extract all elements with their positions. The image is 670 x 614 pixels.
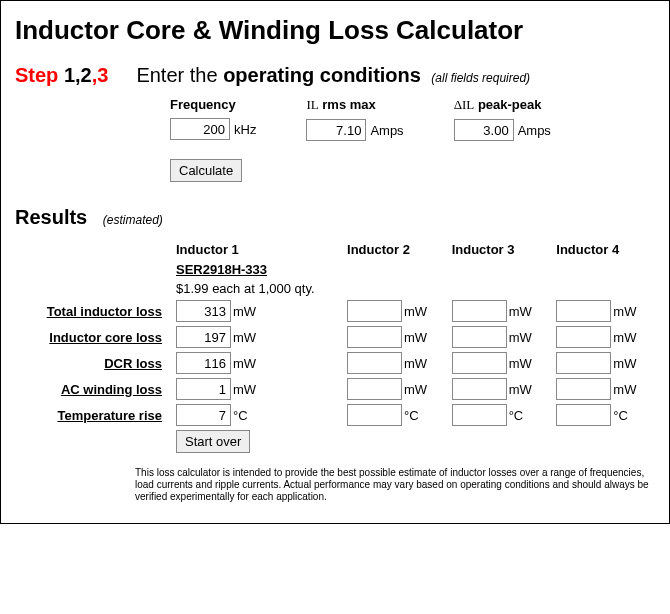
il-field: IL rms max Amps xyxy=(306,97,403,141)
step-instruction: Enter the operating conditions (all fiel… xyxy=(136,64,530,87)
delta-il-field: ΔIL peak-peak Amps xyxy=(454,97,551,141)
delta-il-unit: Amps xyxy=(518,123,551,138)
results-table: Inductor 1 Inductor 2 Inductor 3 Inducto… xyxy=(15,239,655,455)
il-unit: Amps xyxy=(370,123,403,138)
ac-4[interactable] xyxy=(556,378,611,400)
frequency-input[interactable] xyxy=(170,118,230,140)
col-header-4: Inductor 4 xyxy=(550,239,655,260)
total-1[interactable] xyxy=(176,300,231,322)
col-header-3: Inductor 3 xyxy=(446,239,551,260)
core-2[interactable] xyxy=(347,326,402,348)
calculate-button[interactable]: Calculate xyxy=(170,159,242,182)
core-4[interactable] xyxy=(556,326,611,348)
dcr-3[interactable] xyxy=(452,352,507,374)
total-4[interactable] xyxy=(556,300,611,322)
delta-il-input[interactable] xyxy=(454,119,514,141)
col-header-1: Inductor 1 xyxy=(170,239,341,260)
frequency-unit: kHz xyxy=(234,122,256,137)
temp-3[interactable] xyxy=(452,404,507,426)
dcr-1[interactable] xyxy=(176,352,231,374)
col-header-2: Inductor 2 xyxy=(341,239,446,260)
dcr-2[interactable] xyxy=(347,352,402,374)
dcr-4[interactable] xyxy=(556,352,611,374)
frequency-field: Frequency kHz xyxy=(170,97,256,141)
total-3[interactable] xyxy=(452,300,507,322)
results-heading: Results (estimated) xyxy=(15,206,655,229)
step-indicator: Step 1,2,3 xyxy=(15,64,108,87)
core-1[interactable] xyxy=(176,326,231,348)
part-price-1: $1.99 each at 1,000 qty. xyxy=(170,279,341,298)
il-label: IL rms max xyxy=(306,97,403,113)
temp-4[interactable] xyxy=(556,404,611,426)
il-input[interactable] xyxy=(306,119,366,141)
start-over-button[interactable]: Start over xyxy=(176,430,250,453)
ac-2[interactable] xyxy=(347,378,402,400)
ac-3[interactable] xyxy=(452,378,507,400)
temp-1[interactable] xyxy=(176,404,231,426)
disclaimer-text: This loss calculator is intended to prov… xyxy=(135,467,655,503)
part-link-1[interactable]: SER2918H-333 xyxy=(176,262,267,277)
total-2[interactable] xyxy=(347,300,402,322)
delta-il-label: ΔIL peak-peak xyxy=(454,97,551,113)
ac-1[interactable] xyxy=(176,378,231,400)
row-label-dcr: DCR loss xyxy=(15,350,170,376)
temp-2[interactable] xyxy=(347,404,402,426)
row-label-core: Inductor core loss xyxy=(15,324,170,350)
page-title: Inductor Core & Winding Loss Calculator xyxy=(15,15,655,46)
row-label-ac: AC winding loss xyxy=(15,376,170,402)
frequency-label: Frequency xyxy=(170,97,256,112)
core-3[interactable] xyxy=(452,326,507,348)
row-label-temp: Temperature rise xyxy=(15,402,170,428)
row-label-total: Total inductor loss xyxy=(15,298,170,324)
